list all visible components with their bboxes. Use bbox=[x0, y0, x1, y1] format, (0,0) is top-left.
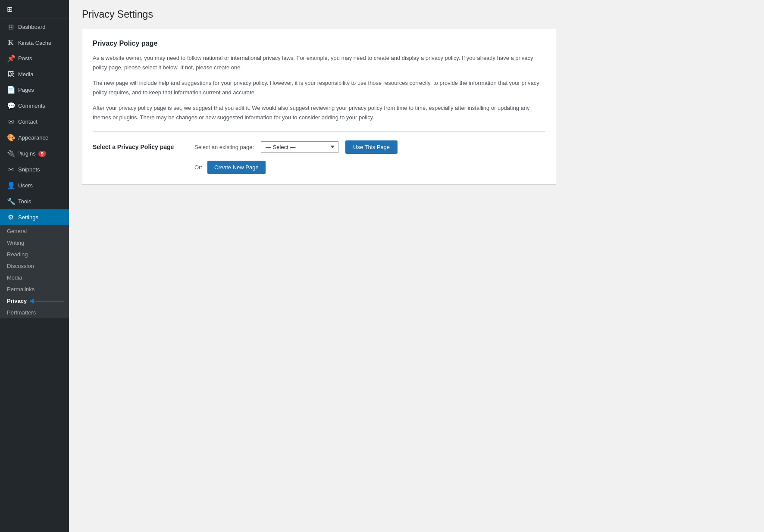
sidebar-item-dashboard[interactable]: ⊞ Dashboard bbox=[0, 19, 69, 35]
select-existing-label: Select an existing page: bbox=[194, 144, 254, 150]
media-icon: 🖼 bbox=[7, 70, 15, 78]
contact-icon: ✉ bbox=[7, 118, 15, 126]
sidebar-item-snippets[interactable]: ✂ Snippets bbox=[0, 162, 69, 177]
sidebar-item-settings[interactable]: ⚙ Settings ◀ bbox=[0, 209, 69, 225]
posts-icon: 📌 bbox=[7, 54, 15, 62]
users-icon: 👤 bbox=[7, 181, 15, 190]
sidebar: ⊞ ⊞ Dashboard K Kinsta Cache 📌 Posts 🖼 M… bbox=[0, 0, 69, 532]
submenu-writing[interactable]: Writing bbox=[0, 237, 69, 249]
content-box: Privacy Policy page As a website owner, … bbox=[82, 29, 556, 185]
sidebar-item-kinsta-cache[interactable]: K Kinsta Cache bbox=[0, 35, 69, 50]
sidebar-item-comments[interactable]: 💬 Comments bbox=[0, 98, 69, 114]
sidebar-item-users[interactable]: 👤 Users bbox=[0, 177, 69, 193]
description-1: As a website owner, you may need to foll… bbox=[93, 53, 545, 72]
sidebar-item-media[interactable]: 🖼 Media bbox=[0, 66, 69, 82]
appearance-icon: 🎨 bbox=[7, 134, 15, 142]
tools-icon: 🔧 bbox=[7, 197, 15, 205]
comments-icon: 💬 bbox=[7, 102, 15, 110]
submenu-privacy[interactable]: Privacy bbox=[0, 295, 69, 307]
privacy-arrow-head bbox=[29, 299, 34, 304]
submenu-reading[interactable]: Reading bbox=[0, 249, 69, 260]
create-new-page-button[interactable]: Create New Page bbox=[207, 161, 266, 174]
description-3: After your privacy policy page is set, w… bbox=[93, 103, 545, 122]
sidebar-item-appearance[interactable]: 🎨 Appearance bbox=[0, 130, 69, 146]
sidebar-item-plugins[interactable]: 🔌 Plugins 9 bbox=[0, 146, 69, 162]
form-label: Select a Privacy Policy page bbox=[93, 143, 188, 150]
submenu-permalinks[interactable]: Permalinks bbox=[0, 283, 69, 295]
plugins-icon: 🔌 bbox=[7, 149, 15, 158]
description-2: The new page will include help and sugge… bbox=[93, 78, 545, 97]
sidebar-item-contact[interactable]: ✉ Contact bbox=[0, 114, 69, 130]
pages-icon: 📄 bbox=[7, 86, 15, 94]
use-this-page-button[interactable]: Use This Page bbox=[345, 140, 398, 154]
submenu-general[interactable]: General bbox=[0, 225, 69, 237]
or-row: Or: Create New Page bbox=[194, 161, 545, 174]
snippets-icon: ✂ bbox=[7, 165, 15, 174]
settings-submenu: General Writing Reading Discussion Media… bbox=[0, 225, 69, 318]
page-title: Privacy Settings bbox=[82, 9, 751, 20]
privacy-arrow-line bbox=[34, 301, 64, 302]
page-select-dropdown[interactable]: — Select — bbox=[261, 141, 338, 153]
or-label: Or: bbox=[194, 164, 202, 171]
select-page-row: Select a Privacy Policy page Select an e… bbox=[93, 140, 545, 154]
main-content: Privacy Settings Privacy Policy page As … bbox=[69, 0, 764, 532]
submenu-discussion[interactable]: Discussion bbox=[0, 260, 69, 272]
sidebar-item-pages[interactable]: 📄 Pages bbox=[0, 82, 69, 98]
plugins-badge: 9 bbox=[38, 151, 46, 157]
submenu-media[interactable]: Media bbox=[0, 272, 69, 283]
settings-icon: ⚙ bbox=[7, 213, 15, 221]
sidebar-item-posts[interactable]: 📌 Posts bbox=[0, 50, 69, 66]
section-title: Privacy Policy page bbox=[93, 40, 545, 47]
sidebar-item-tools[interactable]: 🔧 Tools bbox=[0, 193, 69, 209]
submenu-perfmatters[interactable]: Perfmatters bbox=[0, 307, 69, 318]
site-logo: ⊞ bbox=[0, 0, 69, 19]
section-divider bbox=[93, 131, 545, 132]
dashboard-icon: ⊞ bbox=[7, 23, 15, 31]
kinsta-icon: K bbox=[7, 39, 15, 47]
